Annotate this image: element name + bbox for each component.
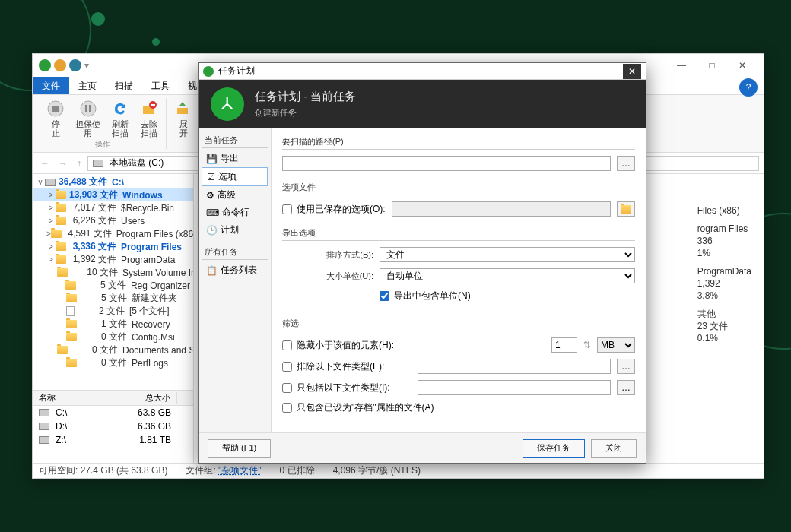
sort-label: 排序方式(B): <box>282 249 373 261</box>
close-button[interactable]: ✕ <box>727 55 758 76</box>
dialog-header: 任务计划 - 当前任务 创建新任务 <box>199 80 646 128</box>
folder-icon <box>56 242 66 251</box>
use-saved-options-check[interactable] <box>282 204 292 214</box>
tree-row[interactable]: >7,017 文件$Recycle.Bin <box>33 201 193 214</box>
side-item-计划[interactable]: 🕒计划 <box>202 221 268 239</box>
scan-path-input[interactable] <box>282 156 611 171</box>
status-cluster: 4,096 字节/簇 (NTFS) <box>333 464 421 477</box>
tab-file[interactable]: 文件 <box>33 77 69 94</box>
tree-row[interactable]: 1 文件Recovery <box>33 318 193 331</box>
drive-icon <box>39 436 49 444</box>
clock-icon: 🕒 <box>206 225 218 236</box>
tree-row[interactable]: >1,392 文件ProgramData <box>33 253 193 266</box>
hide-smaller-check[interactable] <box>282 340 292 350</box>
maximize-button[interactable]: □ <box>697 55 727 76</box>
hide-unit-select[interactable]: MB <box>597 337 635 353</box>
browse-path-button[interactable]: … <box>617 156 635 171</box>
status-filegroup-link[interactable]: "杂项文件" <box>218 465 262 476</box>
help-button[interactable]: 帮助 (F1) <box>208 439 271 458</box>
qat-icon-2[interactable] <box>69 59 81 71</box>
tab-scan[interactable]: 扫描 <box>106 77 142 94</box>
spinner-up-down-icon[interactable]: ⇅ <box>583 340 591 350</box>
dialog-logo-icon <box>211 87 244 121</box>
tree-row[interactable]: 0 文件PerfLogs <box>33 356 193 369</box>
drive-row[interactable]: D:\6.36 GB <box>33 420 193 433</box>
tree-row[interactable]: 2 文件[5 个文件] <box>33 305 193 318</box>
stat-group: rogram Files3361% <box>691 223 751 259</box>
guarantee-button[interactable]: 担保使 用 <box>71 98 105 139</box>
include-units-label: 导出中包含单位(N) <box>394 290 471 302</box>
tree-row[interactable]: >6,226 文件Users <box>33 214 193 227</box>
expand-button[interactable]: 展 开 <box>170 98 197 139</box>
drive-icon <box>93 160 103 167</box>
refresh-button[interactable]: 刷新 扫描 <box>106 98 134 139</box>
side-item-命令行[interactable]: ⌨命令行 <box>202 204 268 221</box>
side-item-导出[interactable]: 💾导出 <box>202 150 268 167</box>
address-text: 本地磁盘 (C:) <box>110 157 164 169</box>
exclude-types-browse[interactable]: … <box>617 359 635 374</box>
tab-home[interactable]: 主页 <box>69 77 106 94</box>
size-unit-select[interactable]: 自动单位 <box>380 268 635 283</box>
stop-button[interactable]: 停 止 <box>42 98 69 139</box>
save-task-button[interactable]: 保存任务 <box>523 439 585 458</box>
tree-row[interactable]: 5 文件Reg Organizer <box>33 279 193 292</box>
drive-icon <box>39 409 49 416</box>
nav-up[interactable]: ↑ <box>74 158 84 169</box>
dialog-main: 要扫描的路径(P) … 选项文件 使用已保存的选项(O): 导出选项 排序方式(… <box>272 128 646 432</box>
status-filegroup-label: 文件组: <box>186 465 215 476</box>
folder-tree[interactable]: v36,488 文件C:\>13,903 文件Windows>7,017 文件$… <box>33 174 193 390</box>
qat-icon-1[interactable] <box>54 59 66 71</box>
tree-row[interactable]: 0 文件Documents and Settings <box>33 344 193 356</box>
tree-row[interactable]: >3,336 文件Program Files <box>33 240 193 253</box>
drive-icon <box>39 423 49 430</box>
remove-button[interactable]: 去除 扫描 <box>135 98 163 139</box>
col-size[interactable]: 总大小 <box>116 392 177 404</box>
exclude-types-check[interactable] <box>282 362 292 372</box>
tree-row[interactable]: 10 文件System Volume Information <box>33 266 193 279</box>
list-icon: 📋 <box>206 265 218 276</box>
browse-options-button[interactable] <box>617 201 635 217</box>
hide-value-input[interactable] <box>551 337 577 353</box>
qat-dropdown-icon[interactable]: ▾ <box>84 60 89 71</box>
only-types-check[interactable] <box>282 383 292 393</box>
side-group-current: 当前任务 <box>202 133 268 148</box>
side-item-高级[interactable]: ⚙高级 <box>202 186 268 204</box>
cmd-icon: ⌨ <box>206 207 219 218</box>
file-icon <box>66 306 75 316</box>
drive-row[interactable]: C:\63.8 GB <box>33 406 193 420</box>
stat-group: 其他23 文件0.1% <box>691 308 751 344</box>
fs-paths-title: 要扫描的路径(P) <box>282 136 635 150</box>
sort-select[interactable]: 文件 <box>380 247 635 262</box>
app-icon <box>39 59 51 71</box>
minimize-button[interactable]: — <box>666 55 697 76</box>
exclude-types-input[interactable] <box>418 359 611 374</box>
side-item-任务列表[interactable]: 📋任务列表 <box>202 261 268 279</box>
nav-back[interactable]: ← <box>37 158 52 169</box>
only-types-input[interactable] <box>418 380 611 395</box>
tree-row[interactable]: 0 文件Config.Msi <box>33 331 193 344</box>
nav-forward[interactable]: → <box>56 158 71 169</box>
folder-icon <box>51 230 62 238</box>
tree-row[interactable]: 5 文件新建文件夹 <box>33 292 193 305</box>
svg-rect-1 <box>52 106 59 112</box>
folder-icon <box>66 320 77 328</box>
tree-row[interactable]: >13,903 文件Windows <box>33 188 193 201</box>
tree-row[interactable]: >4,591 文件Program Files (x86) <box>33 227 193 240</box>
tree-row[interactable]: v36,488 文件C:\ <box>33 176 193 188</box>
folder-icon <box>56 204 66 212</box>
include-units-check[interactable] <box>380 291 389 301</box>
exclude-types-label: 排除以下文件类型(E): <box>297 360 384 373</box>
tab-tools[interactable]: 工具 <box>142 77 179 94</box>
side-item-选项[interactable]: ☑选项 <box>202 167 268 186</box>
dialog-header-title: 任务计划 - 当前任务 <box>255 90 356 104</box>
dialog-close-button[interactable]: ✕ <box>623 64 641 79</box>
only-types-browse[interactable]: … <box>617 380 635 395</box>
only-archive-check[interactable] <box>282 403 292 413</box>
col-name[interactable]: 名称 <box>33 392 116 404</box>
stat-group: Files (x86) <box>691 204 751 217</box>
fs-export-title: 导出选项 <box>282 227 635 241</box>
drive-row[interactable]: Z:\1.81 TB <box>33 433 193 447</box>
pause-icon <box>79 100 97 118</box>
help-button[interactable]: ? <box>739 78 758 97</box>
close-dialog-button[interactable]: 关闭 <box>591 439 637 458</box>
